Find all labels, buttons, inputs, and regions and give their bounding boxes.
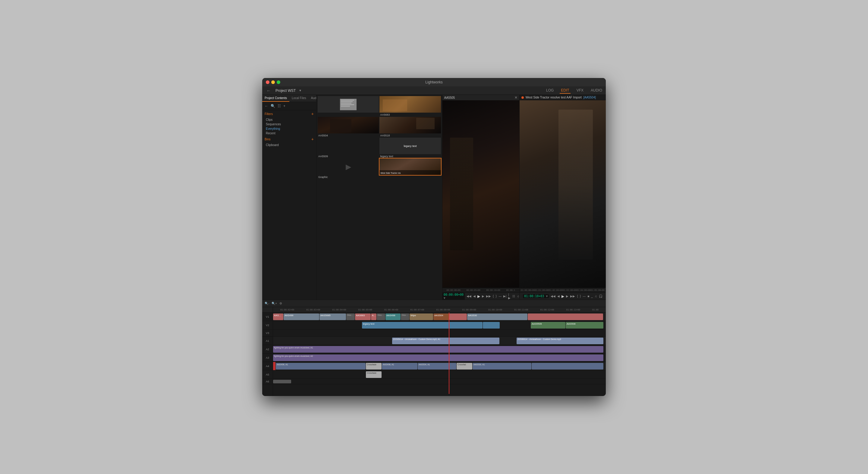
record-sync[interactable]: ⸻ [583, 295, 586, 298]
clip-v1-wipe[interactable]: Wipe [410, 313, 433, 320]
clip-a1-custom2[interactable]: ZD595614 - chriskalhoon - Custom Demo.mp… [517, 338, 603, 344]
clip-a6-items[interactable] [273, 380, 291, 383]
source-tc-dropdown[interactable]: ▼ [444, 296, 445, 300]
maximize-button[interactable] [277, 80, 280, 84]
record-step-fwd[interactable]: ▶ [566, 295, 568, 298]
clip-v1-aa5683[interactable]: AAS683 [355, 313, 371, 320]
source-play[interactable]: ▶ [477, 294, 480, 298]
source-insert[interactable]: ▶| [503, 295, 507, 298]
nav-edit[interactable]: EDIT [560, 88, 570, 94]
source-timecode-ticks: 00:00:00+00 00:00:05+00 00:00:10+00 00:0… [444, 289, 518, 292]
media-item-graphic[interactable]: ▶ Graphic [318, 159, 379, 178]
source-mark-out[interactable]: } [495, 295, 496, 298]
filter-everything[interactable]: Everything [262, 127, 316, 131]
clip-v1-aa5685[interactable]: AAS5685 [319, 313, 346, 320]
clipboard-item[interactable]: Clipboard [262, 143, 316, 148]
media-item-west-side[interactable]: West Side Tractor res [379, 159, 441, 178]
nav-vfx[interactable]: VFX [575, 88, 585, 94]
clip-v2-aa5509[interactable]: AAS5509 [531, 322, 565, 329]
record-audio[interactable]: ♫ [595, 295, 597, 298]
source-overwrite[interactable]: |▶ [508, 293, 510, 300]
nav-log[interactable]: LOG [545, 88, 555, 94]
clip-v1-end[interactable] [528, 313, 603, 320]
clip-a4-crossfade1[interactable]: Crossfade [366, 363, 381, 370]
record-headphones[interactable]: 🎧 [599, 295, 602, 298]
clip-v2-aa508[interactable]: AAS508 [566, 322, 603, 329]
record-mark-out[interactable]: } [580, 295, 581, 298]
record-preview-controls: 01:00:10+03 ▼ ◀◀ ◀ ▶ ▶ ▶▶ { } ⸻ ■ ⎯ ♫ 🎧 [520, 293, 606, 300]
source-tools[interactable]: ☷ [513, 295, 515, 298]
clip-a4-end[interactable] [532, 363, 603, 370]
record-go-end[interactable]: ▶▶ [570, 295, 575, 298]
source-go-start[interactable]: ◀◀ [467, 295, 471, 298]
clip-a4-aa5504[interactable]: AAS504, A1 [418, 363, 456, 370]
source-preview-close[interactable]: ✕ [515, 96, 518, 99]
project-arrow-icon[interactable]: ▼ [299, 89, 302, 92]
clip-v1-aa5504[interactable]: AAS504 [433, 313, 449, 320]
ruler-mark-7: 01:00:08+00 [436, 309, 450, 311]
source-preview-header: AA5505 ✕ [442, 95, 519, 100]
filter-recent[interactable]: Recent [262, 131, 316, 136]
filter-sequences[interactable]: Sequences [262, 122, 316, 127]
media-item-doc[interactable] [318, 96, 379, 116]
clip-v1-aa5496[interactable]: AAS496 [284, 313, 319, 320]
ruler-mark-9: 01:00:10+00 [488, 309, 502, 311]
media-item-aa5509[interactable]: AA5509 [318, 138, 379, 158]
source-step-back[interactable]: ◀ [473, 295, 475, 298]
clip-a2-music[interactable]: fighting-for-you-quinn-erwin-musicbed, A… [273, 346, 603, 353]
clip-a4-aa5496[interactable]: AAS496, A1 [276, 363, 366, 370]
grid-view-icon[interactable]: ☷ [277, 103, 281, 109]
media-item-aa5518[interactable]: AA5518 [379, 117, 441, 137]
clip-v2-gap[interactable] [483, 322, 500, 329]
nav-audio[interactable]: AUDIO [590, 88, 603, 94]
clip-v1-a6[interactable] [450, 313, 467, 320]
ruler-mark-6: 01:00:07+00 [410, 309, 424, 311]
clip-a4-aa5530[interactable]: AAS530, A1 [472, 363, 531, 370]
tl-zoom-in-icon[interactable]: 🔍+ [272, 302, 277, 305]
source-audio[interactable]: ♫ [517, 295, 519, 298]
project-name[interactable]: Project WST [274, 88, 298, 93]
clip-a1-custom1[interactable]: ZD595614 - chriskalhoon - Custom Demo.mp… [392, 338, 499, 344]
bins-add-icon[interactable]: + [311, 137, 314, 141]
clip-v2-legacy[interactable]: legacy text [362, 322, 483, 329]
record-go-start[interactable]: ◀◀ [551, 295, 555, 298]
record-play[interactable]: ▶ [561, 294, 564, 298]
media-item-aa5504[interactable]: AA5504 [318, 117, 379, 137]
clip-v1-dissolve3[interactable]: Dissolve [401, 313, 409, 320]
tab-local-files[interactable]: Local Files [289, 95, 309, 102]
filter-clips[interactable]: Clips [262, 117, 316, 122]
source-go-end[interactable]: ▶▶ [486, 295, 491, 298]
filters-add-icon[interactable]: + [311, 111, 314, 116]
search-icon[interactable]: 🔍 [270, 103, 276, 109]
record-color[interactable]: ■ [587, 295, 589, 298]
timeline-tracks[interactable]: 01:00:02+00 01:00:03+00 01:00:04+00 01:0… [273, 307, 606, 396]
clip-v1-aa5498[interactable]: AAS498 [385, 313, 401, 320]
record-tc-dropdown[interactable]: ▼ [546, 295, 548, 298]
add-icon[interactable]: + [283, 103, 286, 109]
clip-a4-crossfade2[interactable]: Crossfad [457, 363, 472, 370]
clip-v1-dissolve1[interactable]: Dissolve [346, 313, 355, 320]
tl-settings-icon[interactable]: ⚙ [279, 302, 282, 305]
back-toolbar-icon[interactable]: ← [264, 103, 269, 109]
clip-v1-dissolve2[interactable]: Dissolve [377, 313, 385, 320]
clip-v1-aa5530[interactable]: AAS530 [467, 313, 527, 320]
record-split[interactable]: ⎯ [591, 295, 593, 298]
close-button[interactable] [266, 80, 270, 84]
tl-zoom-out-icon[interactable]: 🔍- [265, 302, 269, 305]
clip-a5-crossfade[interactable]: Crossfade [366, 371, 381, 378]
clip-a4-aa5498[interactable]: AAS498, A1 [382, 363, 417, 370]
source-step-fwd[interactable]: ▶ [482, 295, 484, 298]
minimize-button[interactable] [271, 80, 275, 84]
clip-v1-aa5493[interactable]: AAS493 [273, 313, 283, 320]
clip-a3-music[interactable]: fighting-for-you-quinn-erwin-musicbed, A… [273, 354, 603, 361]
clip-v1-aa5568[interactable]: AAS568 [371, 313, 376, 320]
source-mark-in[interactable]: { [493, 295, 494, 298]
tab-project-contents[interactable]: Project Contents [262, 95, 289, 102]
media-item-legacy-text[interactable]: legacy text legacy text [379, 138, 441, 158]
record-preview-header: West Side Tractor resolve test AAF Impor… [520, 95, 606, 100]
back-button[interactable]: ← [265, 88, 273, 94]
record-mark-in[interactable]: { [577, 295, 578, 298]
source-sync[interactable]: ⸻ [498, 295, 501, 298]
media-item-aa5683[interactable]: AA5683 [379, 96, 441, 116]
record-step-back[interactable]: ◀ [557, 295, 560, 298]
